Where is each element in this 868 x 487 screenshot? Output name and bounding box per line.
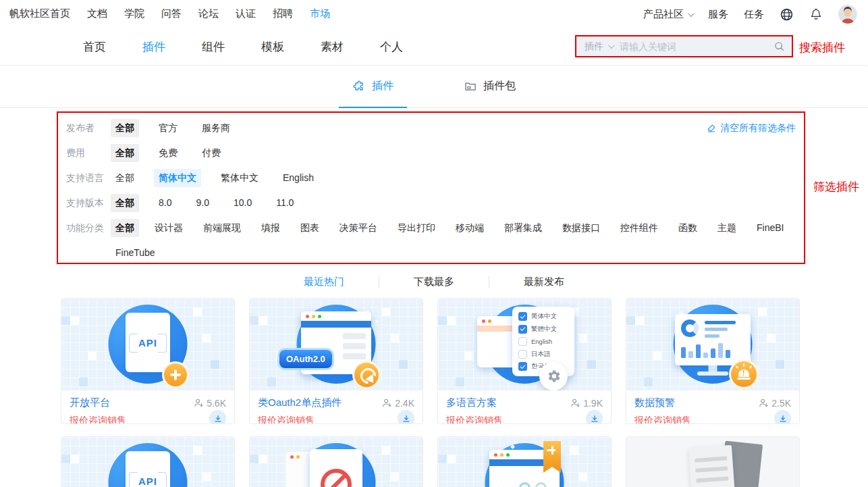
plugin-title[interactable]: 类Oauth2单点插件 — [258, 396, 342, 409]
filter-option[interactable]: FineTube — [111, 244, 160, 262]
market-nav-personal[interactable]: 个人 — [380, 39, 403, 55]
search-icon[interactable] — [767, 41, 792, 52]
user-count: 1.9K — [570, 398, 603, 409]
plugin-card[interactable] — [249, 436, 423, 487]
plugin-card[interactable]: API — [61, 436, 235, 487]
plugin-card[interactable] — [626, 436, 800, 487]
content-tabbar: 插件 插件包 — [0, 65, 868, 108]
filter-option[interactable]: 导出打印 — [393, 219, 440, 237]
nav-forum[interactable]: 论坛 — [198, 7, 219, 20]
plugin-card-oauth2[interactable]: OAuth2.0 类Oauth2单点插件 2.4K 报价咨询销售 — [249, 298, 423, 424]
download-icon — [402, 414, 411, 424]
plugin-card-multilang[interactable]: 简体中文 繁體中文 English 日本語 한국어 多语言方案 1.9K — [437, 298, 612, 424]
filter-option[interactable]: 决策平台 — [335, 219, 382, 237]
sort-hot[interactable]: 最近热门 — [304, 272, 344, 292]
price-label: 报价咨询销售 — [634, 415, 691, 424]
filter-option[interactable]: 函数 — [674, 219, 702, 237]
filter-option[interactable]: 10.0 — [229, 194, 256, 212]
filter-option[interactable]: English — [278, 169, 319, 187]
plugin-card-open-platform[interactable]: API 开放平台 5.6K 报价咨询销售 — [61, 298, 235, 424]
tab-plugins[interactable]: 插件 — [339, 65, 407, 107]
filter-option[interactable]: 繁体中文 — [216, 169, 263, 187]
plugin-illustration: API — [61, 299, 234, 390]
search-category-dropdown[interactable]: 插件 — [576, 41, 620, 53]
nav-tasks[interactable]: 任务 — [744, 8, 764, 21]
tab-plugin-packs[interactable]: 插件包 — [450, 65, 529, 107]
filter-option[interactable]: 设计器 — [150, 219, 188, 237]
search-category-label: 插件 — [585, 41, 603, 53]
user-count-value: 2.5K — [771, 398, 791, 409]
filter-option[interactable]: 全部 — [111, 219, 139, 237]
plugin-title[interactable]: 数据预警 — [634, 396, 675, 409]
chevron-down-icon — [608, 42, 615, 49]
filter-option[interactable]: 数据接口 — [558, 219, 605, 237]
search-input[interactable] — [620, 41, 767, 52]
filter-option[interactable]: 9.0 — [191, 194, 213, 212]
clear-filters-button[interactable]: 清空所有筛选条件 — [707, 122, 796, 134]
checkbox-icon — [518, 337, 527, 346]
checkbox-checked-icon — [518, 312, 527, 321]
filter-option[interactable]: 全部 — [111, 119, 139, 137]
filter-option[interactable]: 移动端 — [451, 219, 489, 237]
plugin-title[interactable]: 开放平台 — [70, 396, 110, 409]
filter-option[interactable]: 前端展现 — [198, 219, 246, 237]
filter-label: 发布者 — [58, 119, 111, 137]
filter-option[interactable]: 服务商 — [197, 119, 235, 137]
avatar[interactable] — [838, 5, 857, 24]
donut-chart-icon — [681, 319, 699, 337]
filter-option[interactable]: 主题 — [713, 219, 741, 237]
filter-option[interactable]: 填报 — [256, 219, 285, 237]
plugin-title[interactable]: 多语言方案 — [446, 396, 497, 409]
bell-icon[interactable] — [809, 7, 823, 21]
click-badge-icon — [352, 361, 381, 389]
chevron-down-icon — [688, 10, 695, 17]
filter-option[interactable]: 全部 — [111, 144, 139, 162]
plugin-card[interactable]: ★★★ — [437, 436, 612, 487]
globe-icon[interactable] — [780, 7, 794, 22]
nav-docs[interactable]: 文档 — [87, 7, 107, 20]
filter-option[interactable]: 8.0 — [154, 194, 176, 212]
download-button[interactable] — [774, 410, 791, 424]
market-nav-components[interactable]: 组件 — [202, 39, 225, 55]
sort-newest[interactable]: 最新发布 — [524, 272, 564, 292]
price-label: 报价咨询销售 — [258, 415, 315, 424]
plugin-illustration: OAuth2.0 — [250, 299, 423, 390]
plugin-card-grid: API 开放平台 5.6K 报价咨询销售 — [61, 298, 800, 487]
sort-most-downloaded[interactable]: 下载最多 — [414, 272, 454, 292]
filter-row-version: 支持版本 全部 8.0 9.0 10.0 11.0 — [58, 194, 804, 219]
nav-qa[interactable]: 问答 — [161, 7, 182, 20]
market-nav-assets[interactable]: 素材 — [321, 39, 344, 55]
filter-option[interactable]: 付费 — [197, 144, 225, 162]
market-nav-home[interactable]: 首页 — [83, 39, 106, 55]
nav-academy[interactable]: 学院 — [124, 7, 144, 20]
nav-jobs[interactable]: 招聘 — [273, 7, 293, 20]
filter-option[interactable]: 官方 — [154, 119, 182, 137]
plugin-card-data-alert[interactable]: 数据预警 2.5K 报价咨询销售 — [626, 298, 800, 424]
nav-community-home[interactable]: 帆软社区首页 — [9, 7, 70, 20]
divider — [379, 276, 379, 288]
filter-option[interactable]: 免费 — [154, 144, 182, 162]
download-button[interactable] — [586, 410, 603, 424]
filter-option[interactable]: 控件组件 — [616, 219, 663, 237]
nav-market[interactable]: 市场 — [310, 7, 330, 20]
filter-option[interactable]: 全部 — [111, 194, 139, 212]
filter-option[interactable]: 图表 — [296, 219, 324, 237]
user-count: 2.4K — [382, 398, 414, 409]
download-button[interactable] — [398, 410, 414, 424]
market-nav-templates[interactable]: 模板 — [261, 39, 284, 55]
filter-option[interactable]: 11.0 — [271, 194, 298, 212]
user-count-value: 2.4K — [395, 398, 414, 409]
nav-product-community-dropdown[interactable]: 产品社区 — [643, 8, 693, 21]
market-nav-plugins[interactable]: 插件 — [142, 39, 165, 55]
plugin-illustration: ★★★ — [438, 437, 611, 487]
filter-option[interactable]: 简体中文 — [154, 169, 201, 187]
nav-service[interactable]: 服务 — [708, 8, 728, 21]
filter-option[interactable]: FineBI — [752, 219, 788, 237]
puzzle-icon — [352, 80, 366, 93]
user-count-value: 1.9K — [583, 398, 603, 409]
filter-option[interactable]: 部署集成 — [499, 219, 547, 237]
download-button[interactable] — [209, 410, 226, 424]
nav-cert[interactable]: 认证 — [236, 7, 256, 20]
user-count-icon — [759, 398, 769, 408]
filter-option[interactable]: 全部 — [111, 169, 139, 187]
